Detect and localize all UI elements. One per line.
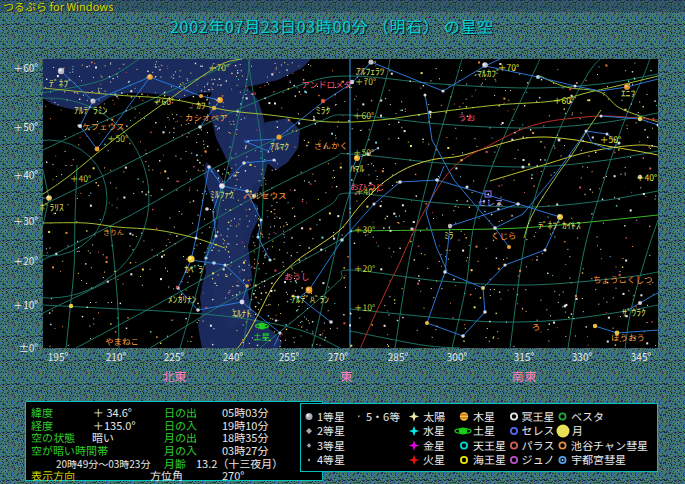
svg-text:さんかく: さんかく (314, 139, 348, 151)
svg-text:宇都宮彗星: 宇都宮彗星 (571, 451, 626, 467)
svg-text:＋50°: ＋50° (107, 132, 128, 144)
svg-text:195°: 195° (48, 349, 69, 364)
svg-text:210°: 210° (106, 349, 127, 364)
svg-text:うお: うお (458, 111, 476, 123)
svg-text:285°: 285° (388, 349, 409, 364)
svg-text:ｴﾙﾅﾄ: ｴﾙﾅﾄ (232, 306, 251, 320)
svg-text:255°: 255° (279, 349, 300, 364)
svg-text:＋60°: ＋60° (353, 109, 374, 121)
svg-text:東: 東 (340, 367, 352, 384)
svg-text:ﾐﾗｸ: ﾐﾗｸ (316, 103, 331, 117)
svg-text:＋40°: ＋40° (636, 171, 657, 183)
svg-text:きりん: きりん (103, 227, 124, 237)
svg-text:＋60°: ＋60° (13, 60, 38, 75)
svg-text:くじら: くじら (491, 229, 517, 241)
svg-text:＋70°: ＋70° (208, 61, 229, 73)
svg-text:315°: 315° (514, 349, 535, 364)
svg-text:＋50°: ＋50° (353, 146, 374, 158)
svg-text:ｻﾞｳﾗｸ: ｻﾞｳﾗｸ (622, 305, 646, 319)
svg-text:ほうおう: ほうおう (611, 331, 645, 343)
svg-text:アンドロメダ: アンドロメダ (301, 78, 353, 90)
svg-text:火星: 火星 (423, 451, 445, 467)
svg-text:＋30°: ＋30° (354, 223, 375, 235)
svg-text:345°: 345° (631, 349, 652, 364)
svg-text:＋30°: ＋30° (13, 213, 38, 228)
svg-text:つるぷら for Windows: つるぷら for Windows (3, 0, 113, 14)
svg-text:5・6等: 5・6等 (366, 408, 400, 424)
svg-text:＋50°: ＋50° (13, 119, 38, 134)
svg-text:225°: 225° (164, 349, 185, 364)
svg-text:＋40°: ＋40° (70, 172, 91, 184)
svg-text:土星: 土星 (253, 330, 271, 342)
svg-text:＋10°: ＋10° (354, 301, 375, 313)
svg-text:ｱﾙﾃﾞﾗﾐﾝ: ｱﾙﾃﾞﾗﾐﾝ (74, 103, 108, 117)
svg-text:＋40°: ＋40° (13, 167, 38, 182)
svg-text:±0°: ±0° (19, 340, 39, 355)
svg-text:ﾐﾙﾌｧｸ: ﾐﾙﾌｧｸ (210, 187, 234, 201)
svg-text:セレス: セレス (478, 196, 504, 208)
svg-text:表示方向: 表示方向 (31, 467, 75, 483)
svg-text:方位角: 方位角 (150, 467, 183, 483)
svg-text:＋70°: ＋70° (355, 75, 376, 87)
svg-text:ｴﾆﾌ: ｴﾆﾌ (621, 86, 636, 100)
svg-text:ﾃﾞﾈﾌﾞ: ﾃﾞﾈﾌﾞ (49, 76, 73, 90)
svg-text:おうし: おうし (284, 270, 310, 282)
svg-text:ﾊﾏﾙ: ﾊﾏﾙ (350, 161, 365, 175)
svg-text:ｶﾌ: ｶﾌ (196, 98, 206, 112)
svg-text:300°: 300° (447, 349, 468, 364)
svg-text:ろ: ろ (532, 320, 541, 332)
svg-text:ｱﾙﾃﾞﾊﾞﾗﾝ: ｱﾙﾃﾞﾊﾞﾗﾝ (291, 292, 329, 306)
svg-text:ﾃﾞﾈﾌﾞｶｲﾄｽ: ﾃﾞﾈﾌﾞｶｲﾄｽ (538, 218, 581, 232)
svg-text:やまねこ: やまねこ (105, 335, 139, 347)
svg-text:＋10°: ＋10° (13, 297, 38, 312)
svg-text:＋60°: ＋60° (553, 94, 574, 106)
svg-text:270°: 270° (328, 349, 349, 364)
svg-text:ｱﾙﾏｸ: ｱﾙﾏｸ (270, 139, 289, 153)
svg-text:南東: 南東 (512, 367, 536, 384)
svg-text:2002年07月23日03時00分 （明石） の星空: 2002年07月23日03時00分 （明石） の星空 (170, 14, 494, 38)
svg-text:4等星: 4等星 (317, 451, 345, 467)
svg-text:270°: 270° (222, 467, 244, 483)
svg-text:海王星: 海王星 (473, 451, 506, 467)
svg-text:＋50°: ＋50° (600, 133, 621, 145)
svg-text:＋20°: ＋20° (354, 262, 375, 274)
svg-text:240°: 240° (223, 349, 244, 364)
svg-text:ペルセウス: ペルセウス (244, 189, 287, 201)
svg-text:＋20°: ＋20° (13, 253, 38, 268)
svg-text:ｶﾍﾟﾗ: ｶﾍﾟﾗ (184, 262, 203, 276)
svg-text:＋70°: ＋70° (498, 61, 519, 73)
svg-text:北東: 北東 (162, 367, 186, 384)
svg-text:カシオペア: カシオペア (185, 111, 228, 123)
svg-text:ﾎﾟﾗﾘｽ: ﾎﾟﾗﾘｽ (40, 200, 64, 214)
svg-text:＋60°: ＋60° (153, 95, 174, 107)
svg-text:330°: 330° (572, 349, 593, 364)
svg-text:ﾐﾗ: ﾐﾗ (444, 228, 454, 242)
svg-text:ジュノ: ジュノ (522, 451, 555, 467)
svg-text:ﾒﾝｶﾘﾅﾝ: ﾒﾝｶﾘﾅﾝ (168, 292, 197, 306)
svg-text:ケフェウス: ケフェウス (82, 120, 125, 132)
svg-text:ちょうこくしつ: ちょうこくしつ (593, 273, 653, 285)
svg-text:＋40°: ＋40° (355, 185, 376, 197)
